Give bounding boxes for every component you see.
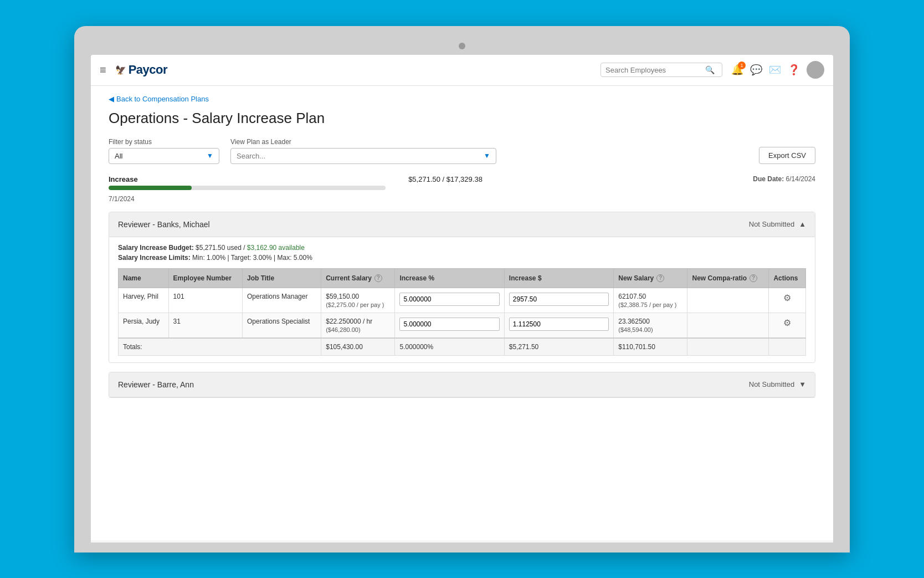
- employees-table: Name Employee Number Job Title Current S…: [118, 268, 806, 356]
- due-date: Due Date: 6/14/2024: [753, 175, 815, 183]
- reviewer1-status-text: Not Submitted: [749, 220, 794, 228]
- increase-dollar-input[interactable]: [509, 293, 609, 306]
- progress-bar-fill: [109, 186, 192, 190]
- menu-icon[interactable]: ≡: [100, 64, 106, 76]
- notification-badge: 1: [738, 62, 746, 69]
- reviewer2-expand-icon[interactable]: ▼: [799, 380, 806, 388]
- cell-job-title: Operations Specialist: [243, 313, 321, 338]
- search-icon[interactable]: 🔍: [705, 65, 715, 74]
- logo[interactable]: 🦅 Paycor: [115, 63, 167, 77]
- cell-compa-ratio: [687, 313, 769, 338]
- cell-increase-dollar[interactable]: [504, 313, 613, 338]
- camera: [459, 43, 465, 49]
- leader-filter-label: View Plan as Leader: [230, 138, 496, 146]
- page-title: Operations - Salary Increase Plan: [109, 110, 815, 127]
- cell-current-salary: $59,150.00 ($2,275.00 / per pay ): [321, 288, 395, 313]
- progress-date: 7/1/2024: [109, 195, 135, 203]
- app-header: ≡ 🦅 Paycor 🔍 🔔 1 💬 ✉️ ❓: [91, 55, 833, 86]
- back-link-text: Back to Compensation Plans: [116, 95, 209, 103]
- leader-search-input[interactable]: [237, 152, 475, 160]
- avatar[interactable]: [807, 61, 824, 79]
- cell-job-title: Operations Manager: [243, 288, 321, 313]
- col-name: Name: [119, 268, 169, 288]
- totals-actions: [769, 338, 806, 356]
- cell-current-salary: $22.250000 / hr ($46,280.00): [321, 313, 395, 338]
- compa-ratio-help-icon[interactable]: ?: [750, 274, 757, 282]
- progress-values: $5,271.50 / $17,329.38: [408, 175, 482, 183]
- col-increase-dollar: Increase $: [504, 268, 613, 288]
- reviewer1-name: Reviewer - Banks, Michael: [118, 220, 210, 229]
- progress-label: Increase: [109, 175, 138, 183]
- actions-gear-icon[interactable]: ⚙: [783, 293, 791, 303]
- cell-increase-pct[interactable]: [395, 288, 504, 313]
- totals-row: Totals: $105,430.00 5.000000% $5,271.50 …: [119, 338, 806, 356]
- limits-values: Min: 1.00% | Target: 3.00% | Max: 5.00%: [192, 254, 312, 262]
- new-salary-help-icon[interactable]: ?: [656, 274, 664, 282]
- col-new-salary: New Salary?: [614, 268, 687, 288]
- main-content: ◀ Back to Compensation Plans Operations …: [91, 86, 833, 540]
- cell-new-salary: 23.362500 ($48,594.00): [614, 313, 687, 338]
- increase-dollar-input[interactable]: [509, 318, 609, 331]
- actions-gear-icon[interactable]: ⚙: [783, 318, 791, 328]
- notification-icon[interactable]: 🔔 1: [731, 64, 743, 76]
- status-filter-group: Filter by status All ▼: [109, 138, 219, 164]
- col-job-title: Job Title: [243, 268, 321, 288]
- budget-available: $3,162.90 available: [247, 244, 305, 252]
- leader-filter-select[interactable]: ▼: [230, 148, 496, 164]
- reviewer2-header: Reviewer - Barre, Ann Not Submitted ▼: [109, 372, 815, 397]
- export-csv-button[interactable]: Export CSV: [759, 147, 815, 164]
- employee-search-box[interactable]: 🔍: [600, 63, 722, 77]
- progress-bar: [109, 186, 386, 190]
- status-filter-arrow-icon: ▼: [207, 152, 213, 160]
- totals-increase-dollar: $5,271.50: [504, 338, 613, 356]
- increase-pct-input[interactable]: [399, 293, 499, 306]
- cell-increase-pct[interactable]: [395, 313, 504, 338]
- table-row: Persia, Judy 31 Operations Specialist $2…: [119, 313, 806, 338]
- progress-header: Increase $5,271.50 / $17,329.38 Due Date…: [109, 175, 815, 183]
- reviewer1-section: Reviewer - Banks, Michael Not Submitted …: [109, 212, 815, 363]
- logo-bird-icon: 🦅: [115, 65, 126, 75]
- logo-text: Paycor: [129, 63, 167, 77]
- reviewer1-collapse-icon[interactable]: ▲: [799, 220, 806, 228]
- message-icon[interactable]: ✉️: [769, 64, 781, 76]
- chevron-left-icon: ◀: [109, 95, 114, 103]
- table-header-row: Name Employee Number Job Title Current S…: [119, 268, 806, 288]
- totals-compa-ratio: [687, 338, 769, 356]
- col-compa-ratio: New Compa-ratio?: [687, 268, 769, 288]
- screen: ≡ 🦅 Paycor 🔍 🔔 1 💬 ✉️ ❓: [91, 55, 833, 543]
- cell-emp-number: 101: [168, 288, 242, 313]
- reviewer1-status[interactable]: Not Submitted ▲: [749, 220, 806, 228]
- status-filter-value: All: [115, 152, 122, 160]
- status-filter-select[interactable]: All ▼: [109, 148, 219, 164]
- chat-icon[interactable]: 💬: [750, 64, 762, 76]
- totals-label: Totals:: [119, 338, 321, 356]
- progress-section: Increase $5,271.50 / $17,329.38 Due Date…: [109, 175, 815, 203]
- reviewer2-name: Reviewer - Barre, Ann: [118, 380, 194, 389]
- cell-actions[interactable]: ⚙: [769, 313, 806, 338]
- cell-actions[interactable]: ⚙: [769, 288, 806, 313]
- header-icons: 🔔 1 💬 ✉️ ❓: [731, 61, 824, 79]
- back-link[interactable]: ◀ Back to Compensation Plans: [109, 86, 815, 108]
- filters-row: Filter by status All ▼ View Plan as Lead…: [109, 138, 815, 164]
- cell-emp-number: 31: [168, 313, 242, 338]
- search-input[interactable]: [605, 66, 705, 74]
- leader-filter-arrow-icon: ▼: [484, 152, 490, 160]
- cell-new-salary: 62107.50 ($2,388.75 / per pay ): [614, 288, 687, 313]
- col-emp-number: Employee Number: [168, 268, 242, 288]
- reviewer2-status[interactable]: Not Submitted ▼: [749, 380, 806, 388]
- totals-increase-pct: 5.000000%: [395, 338, 504, 356]
- limits-line: Salary Increase Limits: Min: 1.00% | Tar…: [118, 254, 806, 262]
- cell-increase-dollar[interactable]: [504, 288, 613, 313]
- help-icon[interactable]: ❓: [788, 64, 800, 76]
- current-salary-help-icon[interactable]: ?: [374, 274, 382, 282]
- budget-line: Salary Increase Budget: $5,271.50 used /…: [118, 244, 806, 252]
- reviewer1-header: Reviewer - Banks, Michael Not Submitted …: [109, 212, 815, 237]
- leader-filter-group: View Plan as Leader ▼: [230, 138, 496, 164]
- cell-compa-ratio: [687, 288, 769, 313]
- reviewer1-body: Salary Increase Budget: $5,271.50 used /…: [109, 237, 815, 362]
- cell-name: Harvey, Phil: [119, 288, 169, 313]
- status-filter-label: Filter by status: [109, 138, 219, 146]
- col-current-salary: Current Salary?: [321, 268, 395, 288]
- totals-current-salary: $105,430.00: [321, 338, 395, 356]
- increase-pct-input[interactable]: [399, 318, 499, 331]
